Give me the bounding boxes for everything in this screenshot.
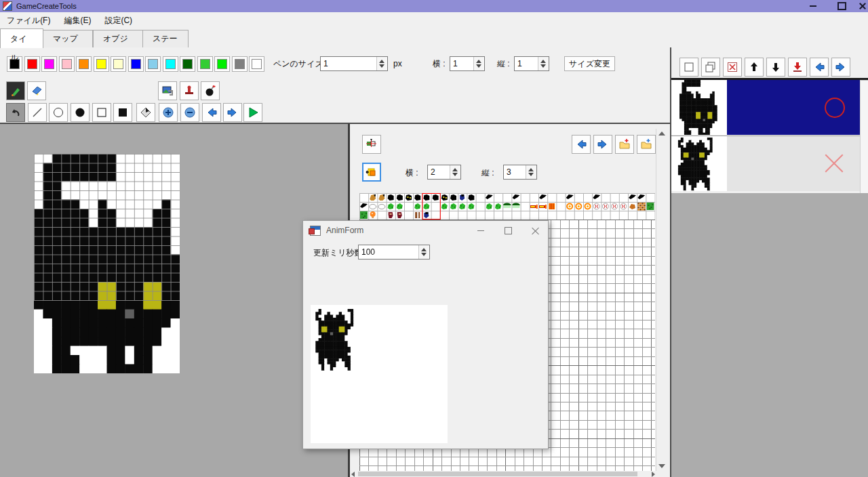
fill-tool-button[interactable] bbox=[136, 103, 155, 122]
palette-color-4[interactable] bbox=[76, 56, 92, 72]
zoom-out-button[interactable] bbox=[180, 103, 199, 122]
canvas-height-stepper[interactable] bbox=[538, 57, 549, 70]
circle-tool-button[interactable] bbox=[49, 103, 68, 122]
play-icon bbox=[246, 106, 260, 119]
resize-button[interactable]: サイズ変更 bbox=[564, 56, 615, 71]
tile-panel-hscrollbar[interactable] bbox=[350, 471, 656, 477]
animform-minimize-button[interactable] bbox=[469, 221, 492, 240]
move-frame-down-button[interactable] bbox=[766, 58, 785, 77]
image-icon bbox=[161, 84, 174, 98]
palette-color-11[interactable] bbox=[197, 56, 213, 72]
eraser-tool-button[interactable] bbox=[27, 81, 46, 100]
animation-preview bbox=[311, 305, 448, 443]
menu-settings[interactable]: 設定(C) bbox=[98, 12, 139, 28]
stamp-tool-button[interactable] bbox=[180, 81, 199, 100]
close-button[interactable] bbox=[857, 0, 868, 12]
scroll-up-icon[interactable] bbox=[658, 131, 665, 136]
pencil-tool-button[interactable] bbox=[6, 81, 25, 100]
palette-color-7[interactable] bbox=[128, 56, 144, 72]
strip-next-button[interactable] bbox=[593, 135, 612, 154]
maximize-button[interactable] bbox=[830, 0, 853, 12]
tile-width-stepper[interactable] bbox=[450, 165, 460, 179]
tab-strip: タイル マップ オブジェクト ステージ bbox=[0, 28, 868, 47]
canvas-width-stepper[interactable] bbox=[473, 57, 484, 70]
delete-frame-button[interactable] bbox=[723, 58, 742, 77]
palette-color-6[interactable] bbox=[111, 56, 126, 72]
pixel-editor-canvas[interactable] bbox=[34, 154, 180, 373]
palette-color-13[interactable] bbox=[232, 56, 248, 72]
scroll-right-icon[interactable] bbox=[652, 472, 655, 477]
interval-stepper[interactable] bbox=[418, 245, 429, 259]
menu-file[interactable]: ファイル(F) bbox=[0, 12, 57, 28]
frame-right-button[interactable] bbox=[831, 58, 850, 77]
animform-dialog[interactable]: AnimForm 更新ミリ秒数: 100 bbox=[302, 220, 549, 449]
palette-color-3[interactable] bbox=[59, 56, 75, 72]
interval-input[interactable]: 100 bbox=[358, 245, 430, 260]
palette-color-10[interactable] bbox=[180, 56, 195, 72]
color-swatch bbox=[165, 59, 176, 69]
eraser-icon bbox=[30, 84, 43, 98]
palette-color-12[interactable] bbox=[214, 56, 230, 72]
frame-2-selection-area bbox=[727, 136, 860, 191]
scroll-down-icon[interactable] bbox=[658, 464, 665, 468]
pen-size-stepper[interactable] bbox=[376, 57, 387, 70]
bomb-tool-button[interactable] bbox=[201, 81, 220, 100]
canvas-height-input[interactable]: 1 bbox=[514, 56, 549, 71]
prev-frame-button[interactable] bbox=[202, 103, 221, 122]
line-tool-button[interactable] bbox=[28, 103, 47, 122]
arrow-right-icon bbox=[834, 60, 848, 74]
move-frame-up-button[interactable] bbox=[745, 58, 764, 77]
arrow-left-icon bbox=[205, 106, 218, 119]
play-animation-button[interactable] bbox=[243, 103, 262, 122]
insert-frame-button[interactable] bbox=[788, 58, 807, 77]
palette-color-8[interactable] bbox=[145, 56, 161, 72]
hscroll-thumb[interactable] bbox=[358, 472, 637, 476]
palette-color-14[interactable] bbox=[249, 56, 264, 72]
add-tileset-button[interactable] bbox=[615, 135, 634, 154]
tile-register-button[interactable] bbox=[362, 135, 381, 154]
tile-width-input[interactable]: 2 bbox=[427, 165, 461, 180]
frame-left-button[interactable] bbox=[810, 58, 829, 77]
frame-row-1[interactable] bbox=[671, 80, 860, 135]
palette-color-2[interactable] bbox=[41, 56, 57, 72]
import-image-button[interactable] bbox=[158, 81, 177, 100]
frames-list-scrollbar[interactable] bbox=[860, 80, 868, 194]
tile-size-button[interactable] bbox=[362, 163, 381, 182]
minimize-button[interactable] bbox=[802, 0, 825, 12]
tile-height-stepper[interactable] bbox=[526, 165, 536, 179]
pen-size-input[interactable]: 1 bbox=[320, 56, 388, 71]
tab-tile[interactable]: タイル bbox=[0, 28, 43, 48]
canvas-width-label: 横 : bbox=[433, 58, 446, 69]
zoom-in-button[interactable] bbox=[159, 103, 178, 122]
color-swatch bbox=[235, 59, 245, 69]
open-tileset-button[interactable] bbox=[637, 135, 656, 154]
frame-row-2[interactable] bbox=[671, 136, 860, 191]
next-frame-button[interactable] bbox=[223, 103, 242, 122]
canvas-width-input[interactable]: 1 bbox=[450, 56, 485, 71]
zoom-out-icon bbox=[183, 106, 197, 119]
palette-color-1[interactable] bbox=[24, 56, 40, 72]
delete-x-icon bbox=[726, 60, 739, 74]
undo-tool-button[interactable] bbox=[6, 103, 25, 122]
new-frame-button[interactable] bbox=[679, 58, 698, 77]
strip-prev-button[interactable] bbox=[572, 135, 591, 154]
palette-color-9[interactable] bbox=[163, 56, 178, 72]
animform-title-bar[interactable]: AnimForm bbox=[303, 221, 548, 240]
animform-close-button[interactable] bbox=[524, 221, 547, 240]
tile-height-input[interactable]: 3 bbox=[503, 165, 537, 180]
tile-strip[interactable] bbox=[359, 193, 655, 220]
copy-frame-button[interactable] bbox=[701, 58, 720, 77]
tile-panel-vscrollbar[interactable] bbox=[656, 129, 667, 471]
palette-color-5[interactable] bbox=[94, 56, 109, 72]
filled-circle-tool-button[interactable] bbox=[71, 103, 90, 122]
menu-edit[interactable]: 編集(E) bbox=[57, 12, 98, 28]
stamp-icon bbox=[182, 84, 196, 98]
tab-stage[interactable]: ステージ bbox=[142, 30, 189, 47]
rect-tool-button[interactable] bbox=[92, 103, 111, 122]
bomb-icon bbox=[203, 84, 217, 98]
filled-rect-tool-button[interactable] bbox=[113, 103, 132, 122]
tab-map[interactable]: マップ bbox=[43, 30, 93, 47]
tab-object[interactable]: オブジェクト bbox=[93, 30, 143, 47]
animform-maximize-button[interactable] bbox=[496, 221, 519, 240]
scroll-left-icon[interactable] bbox=[351, 472, 355, 477]
